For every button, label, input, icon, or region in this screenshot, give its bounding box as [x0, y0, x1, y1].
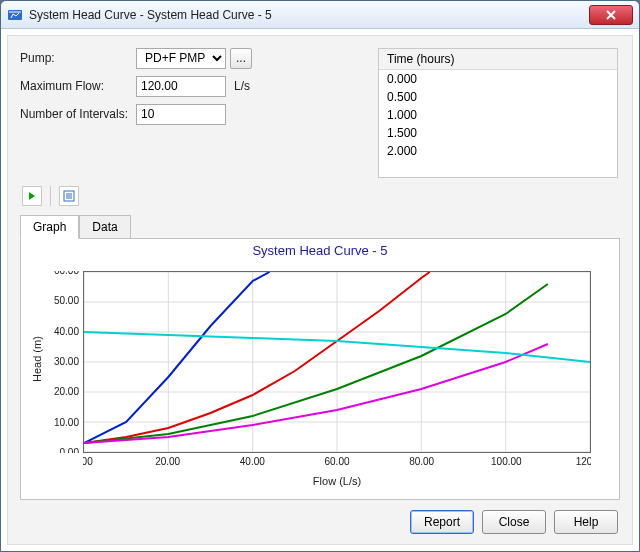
properties-icon [63, 190, 75, 202]
close-icon [605, 10, 617, 20]
form-panel: Pump: PD+F PMP ... Maximum Flow: L/s Num… [20, 46, 370, 130]
time-header: Time (hours) [379, 49, 617, 70]
intervals-input[interactable] [136, 104, 226, 125]
tab-data[interactable]: Data [79, 215, 130, 239]
time-row[interactable]: 0.500 [379, 88, 617, 106]
footer: Report Close Help [410, 510, 618, 534]
close-button[interactable]: Close [482, 510, 546, 534]
window: System Head Curve - System Head Curve - … [0, 0, 640, 552]
properties-button[interactable] [59, 186, 79, 206]
chart-area: Head (m) 0.0010.0020.0030.0040.0050.0060… [31, 265, 609, 489]
help-button[interactable]: Help [554, 510, 618, 534]
time-row[interactable]: 1.500 [379, 124, 617, 142]
x-axis-label: Flow (L/s) [83, 475, 591, 487]
time-row[interactable]: 0.000 [379, 70, 617, 88]
plot-box [83, 271, 591, 453]
time-row[interactable]: 1.000 [379, 106, 617, 124]
svg-text:20.00: 20.00 [54, 386, 79, 397]
svg-text:40.00: 40.00 [240, 456, 265, 467]
svg-text:40.00: 40.00 [54, 326, 79, 337]
time-row[interactable]: 2.000 [379, 142, 617, 160]
svg-text:30.00: 30.00 [54, 356, 79, 367]
tab-graph[interactable]: Graph [20, 215, 79, 239]
row-pump: Pump: PD+F PMP ... [20, 46, 370, 70]
svg-text:10.00: 10.00 [54, 417, 79, 428]
tab-pane-graph: System Head Curve - 5 Head (m) 0.0010.00… [20, 238, 620, 500]
maxflow-label: Maximum Flow: [20, 79, 136, 93]
chart-title: System Head Curve - 5 [21, 239, 619, 258]
row-maxflow: Maximum Flow: L/s [20, 74, 370, 98]
svg-text:80.00: 80.00 [409, 456, 434, 467]
report-button[interactable]: Report [410, 510, 474, 534]
app-icon [7, 7, 23, 23]
arrow-right-icon [26, 190, 38, 202]
toolbar-separator [50, 186, 51, 206]
maxflow-input[interactable] [136, 76, 226, 97]
window-close-button[interactable] [589, 5, 633, 25]
x-ticks: 0.0020.0040.0060.0080.00100.00120.00 [83, 453, 591, 473]
toolbar [22, 186, 79, 206]
window-title: System Head Curve - System Head Curve - … [29, 8, 589, 22]
svg-text:120.00: 120.00 [576, 456, 591, 467]
pump-label: Pump: [20, 51, 136, 65]
plot-svg [84, 272, 590, 452]
svg-text:0.00: 0.00 [83, 456, 93, 467]
svg-text:20.00: 20.00 [155, 456, 180, 467]
intervals-label: Number of Intervals: [20, 107, 136, 121]
run-button[interactable] [22, 186, 42, 206]
svg-text:100.00: 100.00 [491, 456, 522, 467]
titlebar: System Head Curve - System Head Curve - … [1, 1, 639, 29]
svg-text:60.00: 60.00 [54, 271, 79, 276]
maxflow-unit: L/s [234, 79, 250, 93]
pump-select[interactable]: PD+F PMP [136, 48, 226, 69]
svg-text:60.00: 60.00 [324, 456, 349, 467]
tab-container: Graph Data System Head Curve - 5 Head (m… [20, 214, 620, 500]
y-axis-label: Head (m) [31, 265, 45, 453]
time-list: Time (hours) 0.000 0.500 1.000 1.500 2.0… [378, 48, 618, 178]
svg-text:0.00: 0.00 [60, 447, 80, 453]
svg-text:50.00: 50.00 [54, 295, 79, 306]
client-area: Pump: PD+F PMP ... Maximum Flow: L/s Num… [7, 35, 633, 545]
tab-strip: Graph Data [20, 214, 620, 238]
y-ticks: 0.0010.0020.0030.0040.0050.0060.00 [45, 271, 83, 453]
pump-browse-button[interactable]: ... [230, 48, 252, 69]
row-intervals: Number of Intervals: [20, 102, 370, 126]
